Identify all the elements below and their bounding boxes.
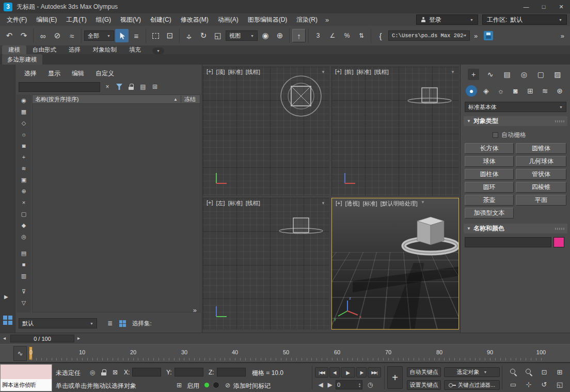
named-selection-sets-icon[interactable]: ≣ — [105, 319, 115, 328]
selection-region-button[interactable] — [149, 29, 162, 42]
named-selection-sets-button[interactable]: { — [374, 29, 387, 42]
menu-create[interactable]: 创建(C) — [146, 13, 176, 26]
name-and-color-rollout[interactable]: ▼ 名称和颜色 — [464, 224, 567, 233]
mini-curve-editor-button[interactable]: ∿ — [13, 346, 27, 361]
project-folder-dropdown[interactable]: C:\Users\po…ds Max 2024 ▼ — [388, 30, 470, 41]
x-coordinate-field[interactable] — [132, 368, 161, 377]
frozen-column-header[interactable]: 冻结 — [184, 96, 200, 103]
spinner-up-icon[interactable]: ▲ — [358, 383, 361, 385]
helpers-filter-icon[interactable]: + — [20, 153, 28, 161]
shapes-filter-icon[interactable]: ◇ — [20, 119, 28, 127]
cylinder-button[interactable]: 圆柱体 — [465, 169, 514, 180]
layout-grid-icon[interactable] — [118, 319, 127, 328]
select-and-move-button[interactable]: ↔ ↕ — [182, 29, 196, 42]
zoom-region-icon[interactable]: ▭ — [506, 379, 520, 390]
window-crossing-toggle[interactable]: ⊡ — [163, 29, 177, 42]
menu-file[interactable]: 文件(F) — [2, 13, 31, 26]
spinner-snap-toggle[interactable]: ⇅ — [355, 29, 368, 42]
viewport-top[interactable]: [+] [顶] [标准] [线框] ▼ — [203, 67, 329, 196]
column-view-icon[interactable]: ▥ — [20, 272, 28, 280]
select-and-link-button[interactable]: ∞ — [36, 29, 50, 42]
viewport-menu-pov[interactable]: [前] — [344, 68, 355, 76]
select-children-toggle-icon[interactable]: ▤ — [138, 82, 148, 91]
current-frame-field[interactable]: ▲ ▼ — [336, 380, 362, 389]
next-frame-button[interactable]: |▶ — [356, 367, 367, 378]
orbit-icon[interactable]: ↺ — [537, 379, 551, 390]
clear-search-icon[interactable]: × — [103, 82, 112, 91]
create-tab-icon[interactable]: + — [468, 69, 479, 80]
progressive-display-icon[interactable]: ⊞ — [175, 381, 184, 390]
bind-to-spacewarp-button[interactable]: ≈ — [65, 29, 78, 42]
select-and-scale-button[interactable]: ◱ — [211, 29, 225, 42]
angle-snap-toggle[interactable]: ∠ — [326, 29, 339, 42]
spacewarps-category-icon[interactable]: ≋ — [540, 85, 551, 97]
visibility-toggle-icon[interactable]: ◎ — [20, 232, 28, 241]
zoom-all-icon[interactable] — [521, 367, 536, 378]
detail-view-icon[interactable]: ■ — [20, 260, 28, 269]
select-object-button[interactable] — [115, 29, 129, 42]
select-and-manipulate-button[interactable]: ⊕ — [273, 29, 287, 42]
geometry-category-icon[interactable]: ● — [466, 85, 477, 97]
go-to-end-button[interactable]: ▶▶| — [368, 367, 381, 378]
ribbon-tab-object-paint[interactable]: 对象绘制 — [87, 45, 123, 54]
torus-button[interactable]: 圆环 — [465, 182, 514, 193]
viewport-menu-pov[interactable]: [左] — [215, 199, 226, 207]
set-keys-button[interactable]: + — [387, 366, 403, 389]
app-icon[interactable]: 3 — [4, 3, 12, 11]
maxscript-mini-listener[interactable]: 脚本迷你侦听 — [0, 364, 52, 391]
toolbar-overflow-icon[interactable]: » — [471, 32, 481, 40]
viewport-menu-shading[interactable]: [线框] — [245, 199, 261, 207]
pyramid-button[interactable]: 四棱锥 — [516, 182, 566, 193]
viewcube-arrow-icon[interactable]: ▼ — [321, 201, 325, 206]
track-bar[interactable]: ∿ 0 10 20 30 40 50 60 70 80 90 100 — [0, 344, 570, 363]
helpers-category-icon[interactable]: ⊞ — [525, 85, 536, 97]
pan-view-icon[interactable]: ⊹ — [521, 379, 536, 390]
expand-panel-icon[interactable]: ▶ — [4, 294, 8, 300]
viewport-menu-general[interactable]: [+] — [205, 68, 214, 76]
viewcube-arrow-icon[interactable]: ▼ — [451, 70, 455, 74]
viewport-menu-general[interactable]: [+] — [335, 200, 343, 208]
menu-modifiers[interactable]: 修改器(M) — [176, 13, 213, 26]
explorer-menu-customize[interactable]: 自定义 — [90, 69, 120, 78]
geosphere-button[interactable]: 几何球体 — [516, 156, 566, 167]
plane-button[interactable]: 平面 — [516, 195, 566, 206]
step-back-icon[interactable]: ◀ — [316, 380, 325, 389]
menu-animation[interactable]: 动画(A) — [213, 13, 243, 26]
utilities-tab-icon[interactable]: ▨ — [552, 69, 563, 80]
textplus-button[interactable]: 加强型文本 — [465, 208, 514, 218]
signin-dropdown[interactable]: 登录 ▼ — [416, 14, 478, 25]
explorer-menu-display[interactable]: 显示 — [42, 69, 66, 78]
shapes-category-icon[interactable]: ◈ — [481, 85, 492, 97]
name-column-header[interactable]: 名称(按升序排序) — [33, 96, 78, 103]
spacewarps-filter-icon[interactable]: ≋ — [20, 164, 28, 173]
set-key-button[interactable]: 设置关键点 — [407, 380, 441, 390]
filter-list-icon[interactable]: ▽ — [20, 299, 28, 307]
auto-key-button[interactable]: 自动关键点 — [407, 367, 441, 377]
explorer-menu-select[interactable]: 选择 — [19, 69, 42, 78]
viewcube-arrow-icon[interactable]: ▼ — [321, 70, 325, 74]
viewport-menu-general[interactable]: [+] — [334, 68, 343, 76]
chevron-down-icon[interactable]: ▼ — [420, 200, 426, 208]
autogrid-checkbox[interactable] — [493, 132, 498, 138]
undo-button[interactable]: ↶ — [3, 29, 16, 42]
display-all-filter-icon[interactable]: ◉ — [20, 96, 28, 104]
reference-coordinate-dropdown[interactable]: 视图 ▼ — [226, 30, 258, 41]
xrefs-filter-icon[interactable]: ⊕ — [20, 187, 28, 195]
menu-group[interactable]: 组(G) — [91, 13, 116, 26]
cameras-category-icon[interactable]: ◙ — [510, 85, 521, 97]
maximize-viewport-toggle-icon[interactable]: ◱ — [552, 379, 567, 390]
explorer-preset-dropdown[interactable]: 默认 ▼ — [19, 318, 97, 328]
ribbon-tab-populate[interactable]: 填充 — [123, 45, 147, 54]
close-button[interactable]: ✕ — [552, 0, 570, 13]
list-view-icon[interactable]: ▤ — [20, 249, 28, 257]
menu-tools[interactable]: 工具(T) — [61, 13, 91, 26]
viewport-layout-tabs-icon[interactable] — [3, 316, 12, 325]
save-file-button[interactable] — [482, 29, 495, 42]
viewport-menu-pov[interactable]: [透视] — [344, 200, 361, 208]
viewport-menu-shading[interactable]: [线框] — [245, 68, 261, 76]
filter-funnel-icon[interactable] — [115, 82, 124, 91]
explorer-overflow-icon[interactable]: » — [190, 306, 200, 314]
cameras-filter-icon[interactable]: ◙ — [20, 142, 28, 150]
viewport-menu-general[interactable]: [+] — [205, 199, 214, 207]
key-filters-button[interactable]: 关键点过滤器... — [444, 380, 500, 390]
